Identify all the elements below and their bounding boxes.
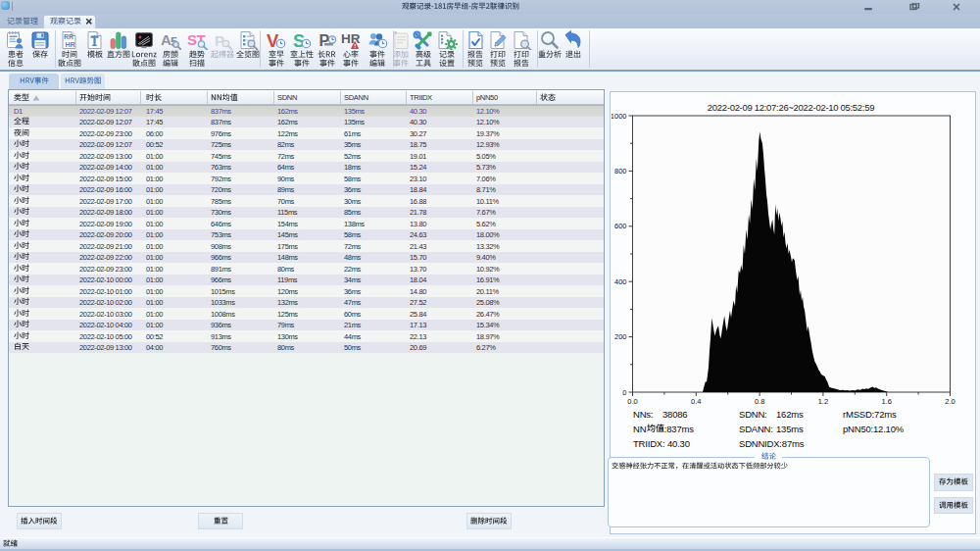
svg-text:800: 800 bbox=[614, 167, 627, 175]
svg-text:1000: 1000 bbox=[612, 112, 627, 121]
svg-text:0.8: 0.8 bbox=[755, 397, 764, 406]
svg-text:V: V bbox=[267, 30, 279, 50]
svg-text:HR: HR bbox=[66, 41, 75, 48]
svg-text:1.6: 1.6 bbox=[881, 397, 891, 406]
svg-text:0: 0 bbox=[622, 388, 626, 397]
svg-text:P: P bbox=[318, 32, 329, 49]
svg-text:RR: RR bbox=[64, 33, 74, 40]
svg-text:S: S bbox=[187, 31, 197, 48]
svg-text:2.0: 2.0 bbox=[945, 397, 955, 406]
svg-text:600: 600 bbox=[614, 222, 627, 230]
svg-text:0.0: 0.0 bbox=[627, 397, 637, 406]
svg-text:400: 400 bbox=[614, 277, 627, 286]
svg-text:HR: HR bbox=[341, 31, 361, 46]
svg-text:1.2: 1.2 bbox=[818, 397, 828, 406]
svg-text:0.4: 0.4 bbox=[691, 397, 701, 406]
svg-text:P: P bbox=[215, 32, 224, 49]
svg-text:200: 200 bbox=[614, 332, 627, 341]
